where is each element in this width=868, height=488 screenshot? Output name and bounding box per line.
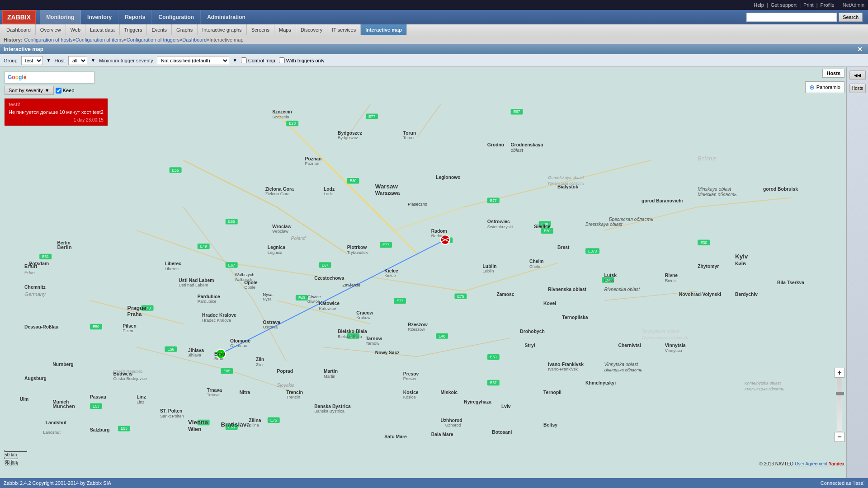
map-copyright: © 2013 NAVTEQ User Agreement Yandex xyxy=(760,461,844,466)
subnav-screens[interactable]: Screens xyxy=(247,24,274,35)
subnav-interactive-map[interactable]: Interactive map xyxy=(361,24,407,35)
panoramio-plus-icon: ⊕ xyxy=(809,84,815,91)
sort-severity-arrow: ▼ xyxy=(45,88,50,93)
control-map-checkbox-area: Control map xyxy=(241,57,275,63)
with-triggers-checkbox[interactable] xyxy=(279,57,285,63)
severity-select[interactable]: Not classified (default) xyxy=(157,56,229,65)
copyright-text: © 2013 NAVTEQ xyxy=(760,461,794,466)
search-input[interactable] xyxy=(746,13,837,22)
group-dropdown-icon[interactable]: ▼ xyxy=(47,58,51,63)
top-bar: Help | Get support | Print | Profile Net… xyxy=(0,0,868,10)
page-close-button[interactable]: ✕ xyxy=(855,46,864,53)
scale-line-50 xyxy=(5,450,27,452)
subnav-triggers[interactable]: Triggers xyxy=(120,24,147,35)
zabbix-logo: ZABBIX xyxy=(2,10,36,24)
breadcrumb-triggers[interactable]: Configuration of triggers xyxy=(127,37,179,42)
hosts-side-btn[interactable]: Hosts xyxy=(849,84,866,93)
sort-severity-area: Sort by severity ▼ Keep xyxy=(5,86,74,95)
search-area: Search xyxy=(746,10,866,24)
subnav-discovery[interactable]: Discovery xyxy=(296,24,327,35)
scale-line-30 xyxy=(5,457,18,459)
top-bar-right: Help | Get support | Print | Profile Net… xyxy=(754,2,864,8)
subnav-overview[interactable]: Overview xyxy=(36,24,66,35)
hosts-label: Hosts xyxy=(826,70,840,76)
zoom-thumb[interactable] xyxy=(836,392,844,395)
leaflet-link[interactable]: Leaflet xyxy=(5,461,18,466)
page-header-bar: Interactive map ✕ xyxy=(0,44,868,54)
severity-dropdown-icon[interactable]: ▼ xyxy=(233,58,237,63)
connected-status: Connected as 'lissa' xyxy=(821,480,864,486)
print-link[interactable]: Print xyxy=(803,2,814,8)
alert-message: Не пингуется дольше 10 минут хост test2 xyxy=(9,109,104,116)
subnav-latest-data[interactable]: Latest data xyxy=(85,24,119,35)
hosts-panel-btn[interactable]: Hosts xyxy=(822,69,844,78)
subnav-dashboard[interactable]: Dashboard xyxy=(2,24,36,35)
with-triggers-label: With triggers only xyxy=(286,58,325,63)
panoramio-label: Panoramio xyxy=(816,84,840,90)
nav-administration[interactable]: Administration xyxy=(201,10,252,24)
page-title: Interactive map xyxy=(4,46,43,52)
alert-title: test2 xyxy=(9,102,104,107)
side-panel: ◀◀ Hosts xyxy=(846,67,868,478)
subnav-graphs[interactable]: Graphs xyxy=(172,24,198,35)
zoom-in-button[interactable]: + xyxy=(835,368,844,378)
subnav-interactive-graphs[interactable]: Interactive graphs xyxy=(198,24,246,35)
sort-severity-button[interactable]: Sort by severity ▼ xyxy=(5,86,54,95)
host-label: Host xyxy=(54,58,65,63)
zoom-controls: + − xyxy=(835,368,844,442)
nav-monitoring[interactable]: Monitoring xyxy=(40,10,81,24)
yandex-text: Yandex xyxy=(829,461,844,466)
control-map-label: Control map xyxy=(248,58,275,63)
google-search-overlay: Google xyxy=(5,71,94,83)
host-dropdown-icon[interactable]: ▼ xyxy=(91,58,95,63)
nav-reports[interactable]: Reports xyxy=(118,10,152,24)
search-button[interactable]: Search xyxy=(839,13,863,22)
sub-nav: Dashboard Overview Web Latest data Trigg… xyxy=(0,24,868,35)
google-search-input[interactable] xyxy=(28,73,91,81)
breadcrumb-current: Interactive map xyxy=(209,37,243,42)
breadcrumb-dashboard[interactable]: Dashboard xyxy=(182,37,207,42)
keep-label: Keep xyxy=(63,88,75,93)
main-nav: ZABBIX Monitoring Inventory Reports Conf… xyxy=(0,10,868,24)
with-triggers-checkbox-area: With triggers only xyxy=(279,57,325,63)
keep-checkbox-input[interactable] xyxy=(56,88,61,94)
status-bar: Zabbix 2.4.2 Copyright 2001-2014 by Zabb… xyxy=(0,478,868,488)
copyright-notice: Zabbix 2.4.2 Copyright 2001-2014 by Zabb… xyxy=(4,480,111,486)
panoramio-panel[interactable]: ⊕ Panoramio xyxy=(805,81,844,93)
group-select[interactable]: test xyxy=(21,56,43,65)
breadcrumb-items[interactable]: Configuration of items xyxy=(75,37,124,42)
subnav-it-services[interactable]: IT services xyxy=(327,24,361,35)
map-container[interactable]: E28 E55 E65 E67 E67 E40 E77 E75 E77 E30 … xyxy=(0,67,868,478)
leaflet-attribution[interactable]: Leaflet xyxy=(5,461,18,466)
side-arrow-btn[interactable]: ◀◀ xyxy=(849,70,866,80)
support-link[interactable]: Get support xyxy=(771,2,797,8)
control-map-checkbox[interactable] xyxy=(241,57,247,63)
map-background xyxy=(0,67,868,478)
scale-label-50: 50 km xyxy=(5,452,27,457)
breadcrumb-hosts[interactable]: Configuration of hosts xyxy=(24,37,73,42)
severity-label: Minimum trigger severity xyxy=(99,58,153,63)
subnav-events[interactable]: Events xyxy=(147,24,172,35)
help-link[interactable]: Help xyxy=(754,2,764,8)
alert-popup[interactable]: test2 Не пингуется дольше 10 минут хост … xyxy=(5,99,108,126)
host-select[interactable]: all xyxy=(68,56,87,65)
subnav-web[interactable]: Web xyxy=(66,24,85,35)
nav-configuration[interactable]: Configuration xyxy=(152,10,201,24)
profile-link[interactable]: Profile xyxy=(821,2,835,8)
user-agreement-link[interactable]: User Agreement xyxy=(795,461,827,466)
breadcrumb: History: Configuration of hosts » Config… xyxy=(0,35,868,44)
controls-bar: Group test ▼ Host all ▼ Minimum trigger … xyxy=(0,54,868,67)
sort-severity-label: Sort by severity xyxy=(9,88,43,93)
zoom-slider[interactable] xyxy=(837,378,842,432)
google-logo: Google xyxy=(8,74,26,80)
zoom-out-button[interactable]: − xyxy=(835,432,844,442)
keep-checkbox-area: Keep xyxy=(56,88,75,94)
nav-inventory[interactable]: Inventory xyxy=(81,10,118,24)
alert-time: 1 day 23:00:15 xyxy=(9,117,104,122)
subnav-maps[interactable]: Maps xyxy=(274,24,296,35)
group-label: Group xyxy=(4,58,18,63)
